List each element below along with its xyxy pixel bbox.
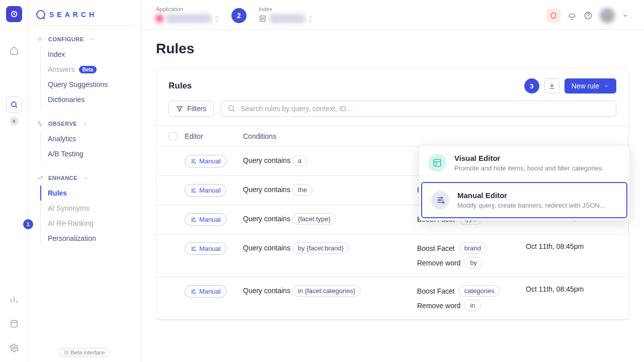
svg-point-23 [193,291,194,292]
svg-point-11 [193,161,194,162]
beta-badge: Beta [79,66,97,73]
select-all-checkbox[interactable] [169,132,177,140]
trend-up-icon [36,174,43,182]
svg-point-3 [13,347,15,349]
sidebar-item-ai-synonyms[interactable]: AI Synonyms [48,201,134,216]
sliders-icon [190,246,196,252]
col-editor: Editor [185,132,235,140]
table-header: Editor Conditions [156,126,628,147]
sidebar-item-rules[interactable]: Rules [48,186,134,201]
beta-interface-badge[interactable]: Beta interface [59,348,110,357]
svg-point-15 [195,192,196,193]
app-logo[interactable] [6,6,22,22]
sidebar-item-answers[interactable]: AnswersBeta [48,62,134,77]
editor-chip: Manual [185,184,226,197]
visual-editor-option[interactable]: Visual EditorPromote and hide items, boo… [419,146,629,180]
app-name-redacted [166,14,211,23]
svg-point-10 [194,159,195,160]
sidebar-item-query-suggestions[interactable]: Query Suggestions [48,77,134,92]
new-rule-dropdown: Visual EditorPromote and hide items, boo… [419,145,630,221]
main: Application 2 Index Rules Rules 3 New ru… [141,0,644,362]
visual-editor-title: Visual Editor [454,154,604,162]
editor-chip: Manual [185,242,226,255]
sliders-icon [190,217,196,223]
svg-point-24 [195,293,196,294]
gear-icon [36,36,43,43]
filters-button[interactable]: Filters [169,101,214,117]
svg-point-27 [439,200,440,201]
section-observe[interactable]: OBSERVE [34,116,134,131]
svg-point-17 [193,219,194,220]
database-icon [259,15,267,23]
search-input[interactable]: Search rules by query, context, ID… [221,101,616,117]
table-row[interactable]: Manual Query contains in {facet:categori… [156,277,628,320]
col-conditions: Conditions [243,132,409,140]
svg-point-13 [194,189,195,190]
analytics-icon[interactable] [6,292,22,308]
filter-icon [176,105,183,112]
section-enhance[interactable]: ENHANCE [34,170,134,186]
sidebar: SEARCH CONFIGURE Index AnswersBeta Query… [28,0,141,362]
search-placeholder: Search rules by query, context, ID… [240,105,353,113]
svg-point-9 [229,106,233,111]
gear-icon[interactable] [6,340,22,356]
svg-point-20 [193,248,194,249]
panel-title: Rules [169,81,524,91]
index-name-redacted [270,14,305,23]
sliders-icon [190,188,196,194]
data-icon[interactable] [6,316,22,332]
editor-chip: Manual [185,213,226,226]
svg-point-16 [194,218,195,219]
editor-chip: Manual [185,285,226,298]
svg-point-19 [194,247,195,248]
svg-point-12 [195,162,196,163]
table-row[interactable]: Manual Query contains by {facet:brand} B… [156,234,628,277]
help-icon[interactable] [584,11,593,20]
svg-point-18 [195,221,196,222]
new-rule-button[interactable]: New rule [565,78,616,94]
chevron-down-icon [83,175,89,181]
rules-count-badge: 3 [524,78,539,94]
step-badge-2: 2 [231,8,247,23]
iconbar [0,0,28,362]
home-icon[interactable] [6,42,22,58]
sidebar-item-analytics[interactable]: Analytics [48,131,134,146]
search-icon [227,105,235,113]
search-product-icon[interactable] [6,97,22,113]
chevron-down-icon[interactable] [622,12,629,19]
index-selector[interactable]: Index [259,6,313,23]
svg-point-4 [39,38,41,40]
avatar[interactable] [600,8,615,23]
section-configure[interactable]: CONFIGURE [34,32,134,47]
sidebar-item-ai-reranking[interactable]: AI Re-Ranking [48,216,134,231]
brand[interactable]: SEARCH [34,10,134,25]
svg-point-1 [11,102,16,107]
page-title: Rules [156,41,629,57]
sidebar-item-index[interactable]: Index [48,47,134,62]
app-color-icon [156,15,163,22]
editor-chip: Manual [185,155,226,167]
application-selector[interactable]: Application [156,6,219,23]
svg-rect-25 [434,159,441,166]
download-button[interactable] [544,78,559,94]
bell-icon[interactable] [568,11,577,20]
topbar: Application 2 Index [141,0,644,30]
bolt-icon[interactable] [10,117,19,126]
sidebar-item-dictionaries[interactable]: Dictionaries [48,92,134,107]
chevron-down-icon [89,36,95,42]
layout-icon [428,154,446,172]
svg-rect-6 [260,16,266,18]
manual-editor-option[interactable]: Manual EditorModify query, create banner… [421,182,627,218]
sliders-icon [190,158,196,164]
svg-point-26 [441,197,443,199]
activity-icon [36,120,43,127]
step-badge-1: 1 [23,219,33,229]
svg-point-22 [194,290,195,291]
manual-editor-desc: Modify query, create banners, redirect w… [457,202,606,209]
sidebar-item-ab-testing[interactable]: A/B Testing [48,146,134,161]
sidebar-item-personalization[interactable]: Personalization [48,231,134,246]
clock-icon [64,350,69,355]
chevron-down-icon [603,83,609,89]
shield-icon[interactable] [546,9,560,23]
chevron-updown-icon [214,16,219,22]
